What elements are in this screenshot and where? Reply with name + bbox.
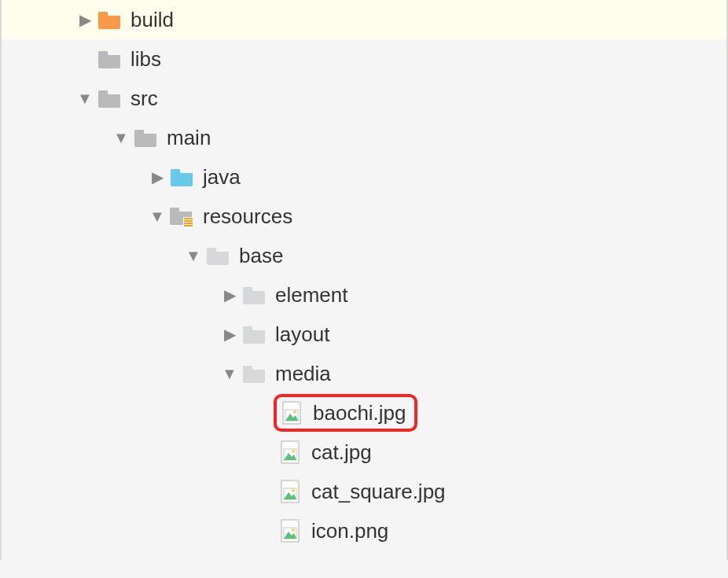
svg-point-24 [292, 450, 295, 453]
chevron-down-icon[interactable] [110, 129, 132, 147]
tree-item-label: java [203, 165, 241, 190]
tree-item-media[interactable]: media [2, 354, 726, 393]
image-file-icon [278, 402, 305, 424]
highlight-annotation: baochi.jpg [274, 394, 417, 432]
tree-item-element[interactable]: element [2, 275, 726, 315]
svg-rect-11 [207, 248, 216, 252]
tree-item-layout[interactable]: layout [2, 315, 726, 354]
svg-point-19 [293, 410, 296, 414]
tree-item-label: build [131, 8, 174, 32]
tree-item-icon[interactable]: icon.png [2, 511, 726, 550]
tree-item-label: cat_square.jpg [311, 480, 446, 504]
folder-icon [132, 127, 159, 149]
folder-icon [96, 87, 123, 109]
svg-rect-13 [243, 326, 252, 330]
tree-item-label: baochi.jpg [313, 401, 406, 425]
tree-item-label: main [167, 126, 211, 150]
svg-rect-0 [98, 12, 108, 16]
project-tree: build libs src main java [0, 0, 728, 560]
tree-item-label: base [239, 244, 283, 268]
folder-light-icon [241, 284, 267, 306]
chevron-down-icon[interactable] [182, 247, 204, 265]
chevron-right-icon[interactable] [146, 168, 168, 186]
image-file-icon [277, 480, 303, 503]
tree-item-main[interactable]: main [2, 118, 726, 157]
tree-item-label: libs [131, 47, 161, 72]
tree-item-build[interactable]: build [2, 0, 726, 39]
tree-item-label: media [275, 362, 331, 386]
chevron-right-icon[interactable] [74, 10, 96, 29]
tree-item-baochi[interactable]: baochi.jpg [2, 393, 726, 433]
tree-item-label: layout [275, 322, 329, 347]
tree-item-src[interactable]: src [2, 79, 726, 118]
chevron-right-icon[interactable] [219, 285, 241, 304]
tree-item-label: resources [203, 204, 292, 229]
chevron-down-icon[interactable] [74, 90, 96, 108]
folder-icon [96, 9, 123, 31]
svg-point-29 [292, 489, 295, 492]
chevron-right-icon[interactable] [219, 325, 241, 344]
svg-point-34 [292, 528, 295, 532]
svg-rect-2 [98, 90, 108, 94]
svg-rect-12 [243, 287, 252, 291]
tree-item-java[interactable]: java [2, 157, 726, 197]
tree-item-resources[interactable]: resources [2, 197, 726, 236]
tree-item-libs[interactable]: libs [2, 39, 726, 79]
image-file-icon [277, 441, 303, 463]
svg-rect-5 [170, 208, 179, 212]
folder-light-icon [241, 323, 267, 345]
svg-rect-1 [98, 51, 108, 55]
svg-rect-4 [171, 169, 180, 173]
folder-light-icon [204, 245, 231, 267]
svg-rect-3 [134, 130, 144, 134]
tree-item-label: element [275, 283, 348, 307]
resources-folder-icon [168, 205, 195, 227]
tree-item-base[interactable]: base [2, 236, 726, 275]
chevron-down-icon[interactable] [219, 365, 241, 383]
tree-item-label: src [131, 87, 158, 111]
folder-light-icon [241, 363, 267, 385]
tree-item-label: icon.png [311, 519, 388, 543]
tree-item-cat-square[interactable]: cat_square.jpg [2, 472, 726, 511]
chevron-down-icon[interactable] [146, 208, 168, 226]
tree-item-label: cat.jpg [311, 440, 372, 465]
image-file-icon [277, 520, 303, 542]
folder-icon [168, 166, 195, 188]
folder-icon [96, 48, 123, 70]
tree-item-cat[interactable]: cat.jpg [2, 433, 726, 472]
svg-rect-14 [243, 366, 252, 370]
